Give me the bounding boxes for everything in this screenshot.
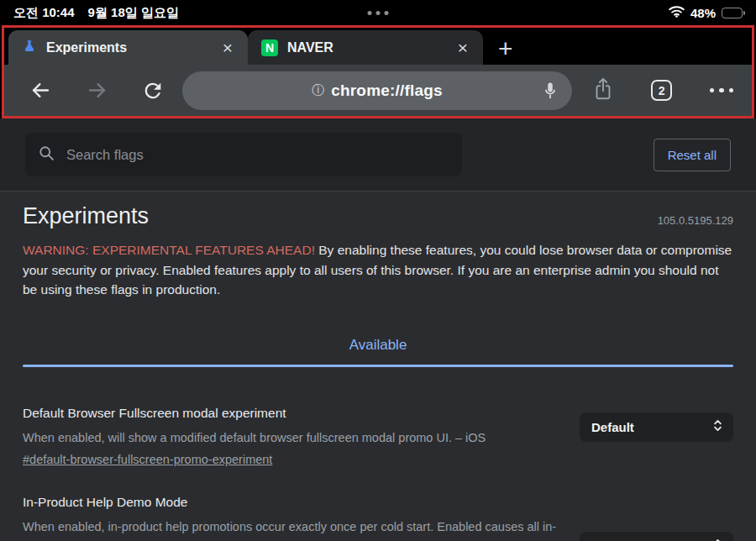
- search-flags-input[interactable]: [66, 147, 449, 163]
- new-tab-button[interactable]: +: [498, 36, 513, 61]
- flag-permalink[interactable]: #default-browser-fullscreen-promo-experi…: [23, 453, 272, 466]
- chevron-up-down-icon: [712, 538, 723, 541]
- page-title: Experiments: [23, 203, 149, 229]
- reset-all-button[interactable]: Reset all: [654, 139, 731, 171]
- screen: { "status_bar": { "time": "오전 10:44", "d…: [0, 0, 756, 541]
- tab-title: Experiments: [46, 40, 127, 55]
- search-box[interactable]: [25, 133, 462, 176]
- warning-emphasis: WARNING: EXPERIMENTAL FEATURES AHEAD!: [23, 243, 315, 257]
- flag-entry: Default Browser Fullscreen modal experim…: [23, 406, 733, 467]
- status-time: 오전 10:44: [13, 5, 75, 21]
- experimental-warning: WARNING: EXPERIMENTAL FEATURES AHEAD! By…: [23, 240, 733, 300]
- url-text: chrome://flags: [331, 81, 443, 100]
- flag-title: Default Browser Fullscreen modal experim…: [23, 406, 564, 421]
- share-icon[interactable]: [592, 76, 614, 105]
- tab-available[interactable]: Available: [23, 337, 733, 354]
- flags-search-header: Reset all: [0, 118, 756, 192]
- flags-page-content: Experiments 105.0.5195.129 WARNING: EXPE…: [0, 192, 756, 541]
- mic-icon[interactable]: [541, 81, 559, 104]
- highlighted-browser-chrome: Experiments × N NAVER × + ⓘ chrome: [2, 25, 754, 118]
- flag-value-dropdown[interactable]: Default: [580, 412, 733, 442]
- tab-switcher-button[interactable]: 2: [651, 80, 672, 101]
- wifi-icon: [669, 5, 685, 20]
- tab-title: NAVER: [287, 40, 333, 55]
- status-bar: 오전 10:44 9월 18일 일요일 48%: [0, 0, 756, 25]
- close-tab-icon[interactable]: ×: [453, 37, 473, 58]
- flag-entry: In-Product Help Demo Mode When enabled, …: [23, 495, 733, 535]
- flag-description: When enabled, in-product help promotions…: [23, 518, 564, 535]
- reload-button[interactable]: [140, 78, 165, 103]
- tab-experiments[interactable]: Experiments ×: [8, 30, 248, 65]
- battery-icon: [722, 8, 743, 18]
- site-info-icon[interactable]: ⓘ: [312, 82, 324, 98]
- battery-percent: 48%: [690, 6, 716, 20]
- browser-toolbar: ⓘ chrome://flags 2: [4, 65, 752, 116]
- back-button[interactable]: [28, 78, 53, 103]
- forward-button[interactable]: [84, 78, 109, 103]
- status-date: 9월 18일 일요일: [88, 5, 179, 21]
- multitask-dots-icon: [368, 11, 389, 15]
- tab-naver[interactable]: N NAVER ×: [248, 30, 483, 65]
- dropdown-value: Default: [591, 420, 634, 434]
- flask-icon: [22, 39, 37, 57]
- chevron-up-down-icon: [712, 418, 723, 436]
- flag-title: In-Product Help Demo Mode: [23, 495, 564, 510]
- overflow-menu-icon[interactable]: [710, 88, 734, 93]
- naver-favicon: N: [261, 39, 278, 56]
- flag-value-dropdown[interactable]: Default: [580, 532, 733, 541]
- flag-description: When enabled, will show a modified defau…: [23, 429, 564, 446]
- search-icon: [38, 144, 55, 165]
- tab-strip: Experiments × N NAVER × +: [4, 28, 752, 65]
- close-tab-icon[interactable]: ×: [218, 37, 238, 58]
- available-tab-underline: [23, 365, 733, 367]
- address-bar[interactable]: ⓘ chrome://flags: [182, 71, 572, 110]
- chrome-version: 105.0.5195.129: [658, 214, 733, 229]
